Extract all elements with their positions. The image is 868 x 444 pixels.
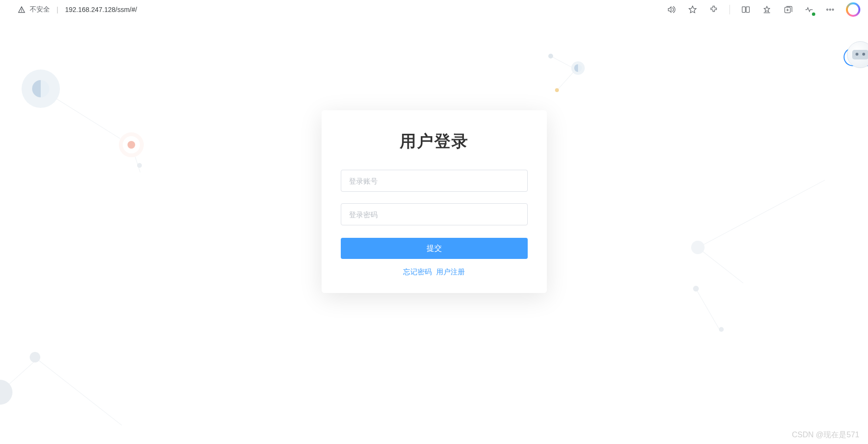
login-title: 用户登录 [341,130,528,152]
watermark-text: CSDN @现在是571 [792,430,859,440]
login-card: 用户登录 提交 忘记密码 用户注册 [322,110,547,293]
svg-point-5 [832,9,833,11]
address-separator: | [57,6,58,13]
performance-icon[interactable] [804,4,814,15]
split-screen-icon[interactable] [741,4,751,15]
password-input[interactable] [341,203,528,225]
security-warning-icon [17,5,26,14]
more-menu-icon[interactable] [825,4,835,15]
favorite-star-icon[interactable] [687,4,698,15]
collections-icon[interactable] [783,4,793,15]
read-aloud-icon[interactable] [666,4,677,15]
forgot-password-link[interactable]: 忘记密码 [403,268,432,276]
login-links: 忘记密码 用户注册 [341,268,528,277]
security-status-text: 不安全 [30,5,50,14]
copilot-icon[interactable] [846,2,860,17]
svg-rect-1 [746,7,750,12]
svg-point-3 [827,9,828,11]
submit-button[interactable]: 提交 [341,238,528,259]
browser-address-bar: 不安全 | 192.168.247.128/ssm/#/ [0,0,868,19]
address-url[interactable]: 192.168.247.128/ssm/#/ [65,6,137,13]
page-content: 英 用户登录 提交 忘记密码 用户注册 CSDN @现在是571 [0,19,868,444]
svg-point-4 [830,9,831,11]
extensions-icon[interactable] [708,4,719,15]
toolbar-divider [729,5,730,14]
register-link[interactable]: 用户注册 [436,268,465,276]
favorites-list-icon[interactable] [762,4,772,15]
svg-rect-0 [742,7,746,12]
browser-toolbar-right [666,0,860,19]
username-input[interactable] [341,170,528,192]
